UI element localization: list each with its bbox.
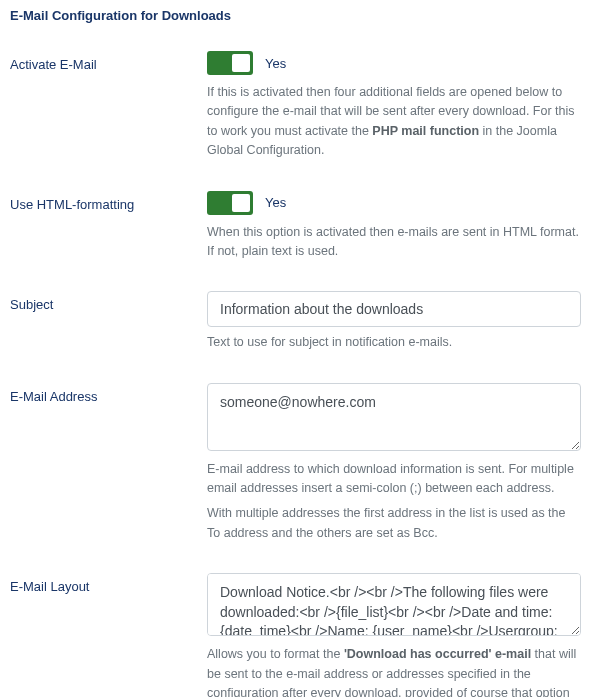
help-email-address-1: E-mail address to which download informa… xyxy=(207,460,581,499)
toggle-activate-email-state: Yes xyxy=(265,56,286,71)
input-subject[interactable] xyxy=(207,291,581,327)
toggle-activate-email[interactable] xyxy=(207,51,253,75)
help-html-formatting: When this option is activated then e-mai… xyxy=(207,223,581,262)
textarea-email-layout[interactable] xyxy=(207,573,581,636)
help-subject: Text to use for subject in notification … xyxy=(207,333,581,352)
field-email-layout: E-Mail Layout Allows you to format the '… xyxy=(10,573,581,697)
label-subject: Subject xyxy=(10,291,207,312)
label-email-address: E-Mail Address xyxy=(10,383,207,404)
section-title: E-Mail Configuration for Downloads xyxy=(10,8,581,23)
toggle-html-formatting-state: Yes xyxy=(265,195,286,210)
label-activate-email: Activate E-Mail xyxy=(10,51,207,72)
help-email-address-2: With multiple addresses the first addres… xyxy=(207,504,581,543)
label-html-formatting: Use HTML-formatting xyxy=(10,191,207,212)
field-subject: Subject Text to use for subject in notif… xyxy=(10,291,581,352)
field-html-formatting: Use HTML-formatting Yes When this option… xyxy=(10,191,581,262)
field-email-address: E-Mail Address E-mail address to which d… xyxy=(10,383,581,544)
help-activate-email: If this is activated then four additiona… xyxy=(207,83,581,161)
label-email-layout: E-Mail Layout xyxy=(10,573,207,594)
toggle-html-formatting[interactable] xyxy=(207,191,253,215)
help-email-layout-1: Allows you to format the 'Download has o… xyxy=(207,645,581,697)
field-activate-email: Activate E-Mail Yes If this is activated… xyxy=(10,51,581,161)
textarea-email-address[interactable] xyxy=(207,383,581,451)
